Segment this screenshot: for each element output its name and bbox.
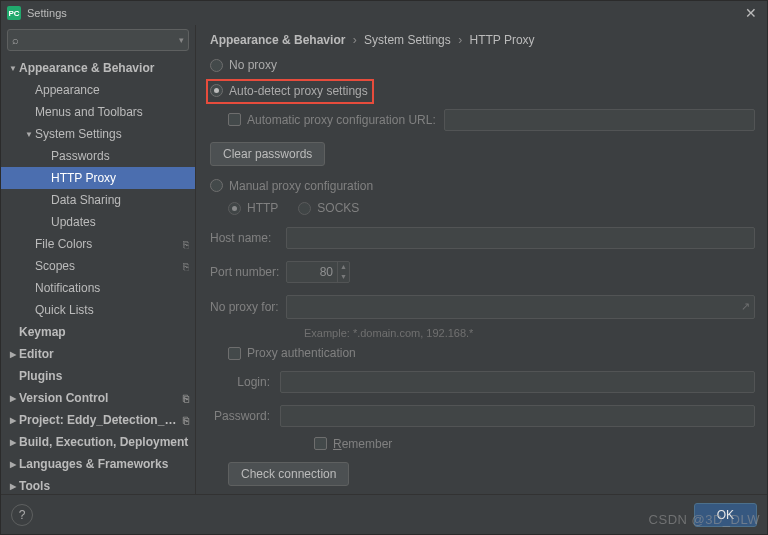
radio-manual[interactable]: Manual proxy configuration [210,178,755,195]
radio-label: No proxy [229,58,277,72]
search-input[interactable] [21,34,179,46]
project-icon: ⎘ [183,239,189,250]
sidebar-item-version-control[interactable]: ▶Version Control⎘ [1,387,195,409]
expand-icon[interactable]: ↗ [741,300,750,313]
radio-http-label: HTTP [247,201,278,215]
sidebar-item-label: Build, Execution, Deployment [19,435,195,449]
sidebar-item-project-eddy-detection-tracki[interactable]: ▶Project: Eddy_Detection_Tracki...⎘ [1,409,195,431]
app-icon: PC [7,6,21,20]
check-connection-button[interactable]: Check connection [228,462,349,486]
checkbox-label: Remember [333,437,392,451]
project-icon: ⎘ [183,415,189,426]
window-title: Settings [27,7,741,19]
sidebar-item-plugins[interactable]: Plugins [1,365,195,387]
sidebar-item-label: Notifications [35,281,195,295]
radio-no-proxy[interactable]: No proxy [210,57,755,74]
search-box[interactable]: ⌕ ▾ [7,29,189,51]
sidebar-item-quick-lists[interactable]: Quick Lists [1,299,195,321]
sidebar-item-label: Appearance [35,83,195,97]
radio-icon [210,179,223,192]
chevron-right-icon[interactable]: ▶ [7,460,19,469]
search-icon: ⌕ [12,34,19,46]
host-label: Host name: [210,231,286,245]
sidebar-item-notifications[interactable]: Notifications [1,277,195,299]
footer: ? OK [1,494,767,534]
sidebar-item-system-settings[interactable]: ▼System Settings [1,123,195,145]
chevron-right-icon[interactable]: ▶ [7,438,19,447]
radio-auto-detect[interactable]: Auto-detect proxy settings [210,81,368,101]
help-button[interactable]: ? [11,504,33,526]
sidebar-item-menus-and-toolbars[interactable]: Menus and Toolbars [1,101,195,123]
project-icon: ⎘ [183,261,189,272]
crumb-0[interactable]: Appearance & Behavior [210,33,345,47]
chevron-right-icon[interactable]: ▶ [7,350,19,359]
password-input [280,405,755,427]
sidebar-item-label: Scopes [35,259,183,273]
ok-button[interactable]: OK [694,503,757,527]
sidebar-item-label: Appearance & Behavior [19,61,195,75]
chevron-down-icon[interactable]: ▾ [179,35,184,45]
sidebar-item-label: Version Control [19,391,183,405]
checkbox-auto-url-row: Automatic proxy configuration URL: [228,110,755,130]
port-label: Port number: [210,265,286,279]
highlight-box: Auto-detect proxy settings [206,79,374,104]
chevron-right-icon[interactable]: ▶ [7,482,19,491]
checkbox-remember-row[interactable]: Remember [314,435,755,452]
crumb-1[interactable]: System Settings [364,33,451,47]
clear-passwords-button[interactable]: Clear passwords [210,142,325,166]
sidebar-item-label: Data Sharing [51,193,195,207]
checkbox-label: Proxy authentication [247,346,356,360]
noproxy-label: No proxy for: [210,300,286,314]
sidebar-item-tools[interactable]: ▶Tools [1,475,195,494]
sidebar: ⌕ ▾ ▼Appearance & BehaviorAppearanceMenu… [1,25,196,494]
login-label: Login: [210,375,270,389]
proto-row: HTTP SOCKS [228,200,755,217]
sidebar-item-label: System Settings [35,127,195,141]
sidebar-item-label: Passwords [51,149,195,163]
sidebar-item-updates[interactable]: Updates [1,211,195,233]
chevron-down-icon[interactable]: ▼ [7,64,19,73]
checkbox-label: Automatic proxy configuration URL: [247,113,436,127]
chevron-down-icon[interactable]: ▼ [23,130,35,139]
radio-label: Auto-detect proxy settings [229,84,368,98]
settings-tree: ▼Appearance & BehaviorAppearanceMenus an… [1,55,195,494]
sidebar-item-label: Keymap [19,325,195,339]
titlebar: PC Settings ✕ [1,1,767,25]
sidebar-item-file-colors[interactable]: File Colors⎘ [1,233,195,255]
close-icon[interactable]: ✕ [741,5,761,21]
sidebar-item-build-execution-deployment[interactable]: ▶Build, Execution, Deployment [1,431,195,453]
sidebar-item-appearance[interactable]: Appearance [1,79,195,101]
sidebar-item-label: Editor [19,347,195,361]
sidebar-item-label: Project: Eddy_Detection_Tracki... [19,413,183,427]
checkbox-auto-url[interactable] [228,113,241,126]
sidebar-item-languages-frameworks[interactable]: ▶Languages & Frameworks [1,453,195,475]
checkbox-proxy-auth-row[interactable]: Proxy authentication [228,345,755,362]
sidebar-item-keymap[interactable]: Keymap [1,321,195,343]
sidebar-item-label: Plugins [19,369,195,383]
password-label: Password: [210,409,270,423]
crumb-2: HTTP Proxy [469,33,534,47]
sidebar-item-http-proxy[interactable]: HTTP Proxy [1,167,195,189]
sidebar-item-scopes[interactable]: Scopes⎘ [1,255,195,277]
chevron-right-icon[interactable]: ▶ [7,394,19,403]
radio-socks-label: SOCKS [317,201,359,215]
sidebar-item-label: Quick Lists [35,303,195,317]
login-input [280,371,755,393]
radio-label: Manual proxy configuration [229,179,373,193]
sidebar-item-label: Languages & Frameworks [19,457,195,471]
sidebar-item-appearance-behavior[interactable]: ▼Appearance & Behavior [1,57,195,79]
port-input [287,265,337,279]
stepper-up-icon[interactable]: ▲ [338,262,349,272]
sidebar-item-data-sharing[interactable]: Data Sharing [1,189,195,211]
project-icon: ⎘ [183,393,189,404]
sidebar-item-passwords[interactable]: Passwords [1,145,195,167]
sidebar-item-editor[interactable]: ▶Editor [1,343,195,365]
radio-http[interactable] [228,202,241,215]
sidebar-item-label: HTTP Proxy [51,171,195,185]
breadcrumb: Appearance & Behavior › System Settings … [210,33,755,47]
radio-icon [210,84,223,97]
chevron-right-icon[interactable]: ▶ [7,416,19,425]
radio-socks[interactable] [298,202,311,215]
auto-url-input [444,109,755,131]
stepper-down-icon[interactable]: ▼ [338,272,349,282]
